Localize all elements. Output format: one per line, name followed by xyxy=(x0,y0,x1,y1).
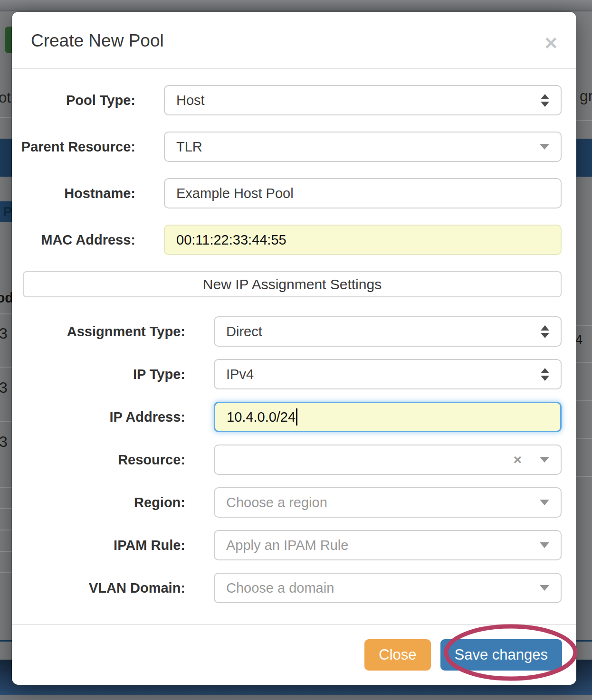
ip-type-value: IPv4 xyxy=(226,367,535,382)
background-row-separator xyxy=(0,508,12,509)
ipam-rule-row: IPAM Rule: Apply an IPAM Rule xyxy=(12,530,576,560)
assignment-type-label: Assignment Type: xyxy=(12,324,185,340)
pool-type-label: Pool Type: xyxy=(12,93,135,108)
save-changes-button[interactable]: Save changes xyxy=(440,639,562,671)
background-row-separator xyxy=(0,551,12,552)
background-row-separator xyxy=(576,476,592,477)
background-divider xyxy=(576,120,592,121)
ip-address-value: 10.4.0.0/24 xyxy=(227,409,296,425)
parent-resource-value: TLR xyxy=(176,139,534,155)
mac-address-input[interactable]: 00:11:22:33:44:55 xyxy=(164,225,562,255)
clear-icon[interactable]: × xyxy=(513,453,522,467)
background-row-separator xyxy=(0,367,12,368)
background-row-separator xyxy=(576,362,592,363)
select-spinner-icon xyxy=(541,368,549,381)
background-row-separator xyxy=(576,400,592,401)
ip-type-select[interactable]: IPv4 xyxy=(214,359,562,389)
resource-row: Resource: × xyxy=(12,445,576,475)
create-new-pool-modal: Create New Pool × Pool Type: Host Parent… xyxy=(12,12,576,685)
chevron-down-icon xyxy=(540,457,549,463)
resource-label: Resource: xyxy=(12,452,185,468)
modal-body: Pool Type: Host Parent Resource: TLR Hos… xyxy=(12,69,576,624)
ip-type-row: IP Type: IPv4 xyxy=(12,359,576,389)
background-text-fragment-right: gr xyxy=(580,87,592,105)
background-row-separator xyxy=(0,487,12,488)
pool-type-select[interactable]: Host xyxy=(164,85,562,115)
ip-address-label: IP Address: xyxy=(12,409,185,425)
region-placeholder: Choose a region xyxy=(226,495,534,511)
background-table-row-fragment: 3 xyxy=(0,433,8,451)
text-cursor xyxy=(296,408,297,426)
vlan-domain-placeholder: Choose a domain xyxy=(226,580,534,596)
background-text-fragment-left: ot xyxy=(0,89,11,106)
chevron-down-icon xyxy=(540,585,549,591)
close-button[interactable]: Close xyxy=(364,639,430,671)
region-row: Region: Choose a region xyxy=(12,487,576,518)
mac-address-row: MAC Address: 00:11:22:33:44:55 xyxy=(12,225,576,255)
background-row-separator xyxy=(576,325,592,326)
modal-header: Create New Pool × xyxy=(12,12,576,69)
background-row-separator xyxy=(576,438,592,439)
vlan-domain-label: VLAN Domain: xyxy=(12,580,185,596)
select-spinner-icon xyxy=(541,325,549,338)
vlan-domain-select[interactable]: Choose a domain xyxy=(214,573,562,603)
vlan-domain-row: VLAN Domain: Choose a domain xyxy=(12,573,576,603)
hostname-input[interactable]: Example Host Pool xyxy=(164,178,562,208)
background-green-button-fragment xyxy=(5,27,12,53)
background-divider xyxy=(0,117,12,118)
mac-address-label: MAC Address: xyxy=(12,232,135,248)
resource-combobox[interactable]: × xyxy=(214,445,562,475)
assignment-type-value: Direct xyxy=(226,324,535,340)
region-select[interactable]: Choose a region xyxy=(214,487,562,518)
parent-resource-row: Parent Resource: TLR xyxy=(12,132,576,162)
chevron-down-icon xyxy=(540,542,549,548)
chevron-down-icon xyxy=(540,500,549,505)
background-row-separator xyxy=(0,572,12,573)
background-bottom-strip xyxy=(0,695,592,700)
ipam-rule-label: IPAM Rule: xyxy=(12,538,185,553)
close-icon[interactable]: × xyxy=(544,32,557,54)
ip-type-label: IP Type: xyxy=(12,367,185,382)
background-top-bar xyxy=(0,0,592,11)
hostname-row: Hostname: Example Host Pool xyxy=(12,178,576,208)
region-label: Region: xyxy=(12,495,185,511)
ip-address-input[interactable]: 10.4.0.0/24 xyxy=(214,402,562,432)
hostname-value: Example Host Pool xyxy=(176,186,549,201)
hostname-label: Hostname: xyxy=(12,186,135,201)
assignment-type-select[interactable]: Direct xyxy=(214,316,562,347)
chevron-down-icon xyxy=(540,144,549,150)
pool-type-value: Host xyxy=(176,93,535,108)
parent-resource-select[interactable]: TLR xyxy=(164,132,562,162)
modal-title: Create New Pool xyxy=(31,31,557,51)
background-row-separator xyxy=(0,421,12,422)
background-table-row-fragment: 3 xyxy=(0,325,8,342)
ip-assignment-section-header: New IP Assignment Settings xyxy=(23,271,562,297)
background-tab-fragment: P xyxy=(0,201,12,222)
modal-footer: Close Save changes xyxy=(12,624,576,685)
background-table-row-fragment: 4 xyxy=(575,332,582,347)
background-row-separator xyxy=(0,530,12,530)
mac-address-value: 00:11:22:33:44:55 xyxy=(176,232,549,248)
pool-type-row: Pool Type: Host xyxy=(12,85,576,115)
background-row-separator xyxy=(0,313,12,314)
parent-resource-label: Parent Resource: xyxy=(12,139,135,155)
select-spinner-icon xyxy=(541,94,549,107)
ipam-rule-select[interactable]: Apply an IPAM Rule xyxy=(214,530,562,560)
background-table-row-fragment: 3 xyxy=(0,379,8,397)
ip-address-row: IP Address: 10.4.0.0/24 xyxy=(12,402,576,432)
assignment-type-row: Assignment Type: Direct xyxy=(12,316,576,347)
ipam-rule-placeholder: Apply an IPAM Rule xyxy=(226,538,534,553)
